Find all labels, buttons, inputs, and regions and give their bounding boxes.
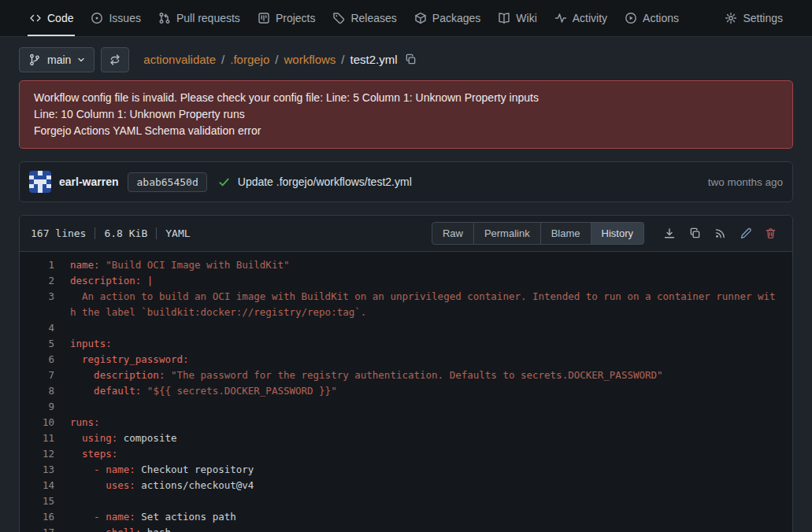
code-line: 2description: | bbox=[20, 273, 792, 289]
code-line-content: An action to build an OCI image with Bui… bbox=[70, 289, 792, 320]
code-line: 15 bbox=[20, 493, 792, 509]
code-line: 6 registry_password: bbox=[20, 352, 792, 368]
divider bbox=[95, 227, 95, 239]
git-branch-icon bbox=[28, 54, 41, 66]
packages-icon bbox=[414, 12, 427, 24]
breadcrumb-segment[interactable]: .forgejo bbox=[230, 53, 269, 66]
tab-issues[interactable]: Issues bbox=[82, 0, 149, 36]
tab-releases[interactable]: Releases bbox=[324, 0, 405, 36]
breadcrumb-segment[interactable]: actionvalidate bbox=[143, 53, 216, 66]
tab-label: Wiki bbox=[516, 12, 536, 24]
code-line: 3 An action to build an OCI image with B… bbox=[20, 289, 792, 320]
latest-commit-bar: earl-warren abab65450d Update .forgejo/w… bbox=[19, 161, 793, 202]
code-line-content bbox=[70, 320, 792, 336]
avatar[interactable] bbox=[29, 171, 51, 193]
tab-actions[interactable]: Actions bbox=[616, 0, 688, 36]
code-line-content: - name: Set actions path bbox=[70, 509, 792, 525]
line-number[interactable]: 13 bbox=[20, 462, 70, 478]
code-line-content: shell: bash bbox=[70, 525, 792, 532]
code-line-content: registry_password: bbox=[70, 352, 792, 368]
code-line: 17 shell: bash bbox=[20, 525, 792, 532]
blame-button[interactable]: Blame bbox=[541, 222, 591, 245]
download-button[interactable] bbox=[658, 223, 680, 245]
tab-packages[interactable]: Packages bbox=[406, 0, 489, 36]
history-button[interactable]: History bbox=[591, 222, 644, 245]
rss-button[interactable] bbox=[709, 223, 731, 245]
line-number[interactable]: 9 bbox=[20, 399, 70, 415]
tab-projects[interactable]: Projects bbox=[249, 0, 324, 36]
raw-button[interactable]: Raw bbox=[432, 222, 474, 245]
code-line-content: steps: bbox=[70, 446, 792, 462]
actions-icon bbox=[625, 12, 637, 24]
commit-message[interactable]: Update .forgejo/workflows/test2.yml bbox=[238, 175, 412, 188]
tab-settings[interactable]: Settings bbox=[716, 0, 792, 36]
branch-selector[interactable]: main bbox=[19, 47, 95, 72]
line-number[interactable]: 1 bbox=[20, 257, 70, 273]
line-number[interactable]: 3 bbox=[20, 289, 70, 320]
code-line-content: uses: actions/checkout@v4 bbox=[70, 478, 792, 493]
line-number[interactable]: 12 bbox=[20, 446, 70, 462]
code-line: 9 bbox=[20, 399, 792, 415]
file-line-count: 167 lines bbox=[31, 227, 86, 239]
file-header: 167 lines 6.8 KiB YAML RawPermalinkBlame… bbox=[20, 216, 792, 252]
activity-icon bbox=[554, 12, 567, 24]
permalink-button[interactable]: Permalink bbox=[474, 222, 541, 245]
tab-label: Code bbox=[47, 12, 73, 24]
chevron-down-icon bbox=[77, 56, 85, 64]
line-number[interactable]: 6 bbox=[20, 352, 70, 368]
divider bbox=[156, 227, 157, 239]
code-line: 13 - name: Checkout repository bbox=[20, 462, 792, 478]
tab-pull-requests[interactable]: Pull requests bbox=[150, 0, 249, 36]
code-line-content: default: "${{ secrets.DOCKER_PASSWORD }}… bbox=[70, 383, 792, 399]
line-number[interactable]: 5 bbox=[20, 336, 70, 352]
compare-button[interactable] bbox=[101, 47, 129, 72]
code-line-content: - name: Checkout repository bbox=[70, 462, 792, 478]
pull-request-icon bbox=[158, 12, 171, 24]
edit-button[interactable] bbox=[734, 223, 756, 245]
error-line: Workflow config file is invalid. Please … bbox=[34, 90, 778, 106]
line-number[interactable]: 8 bbox=[20, 383, 70, 399]
repo-toolbar: main actionvalidate/.forgejo/workflows/t… bbox=[0, 37, 812, 80]
commit-sha-badge[interactable]: abab65450d bbox=[128, 172, 206, 192]
file-language: YAML bbox=[165, 227, 190, 239]
settings-icon bbox=[725, 12, 737, 24]
tab-wiki[interactable]: Wiki bbox=[489, 0, 545, 36]
line-number[interactable]: 17 bbox=[20, 525, 70, 532]
rss-icon bbox=[714, 227, 726, 239]
code-line-content: runs: bbox=[70, 415, 792, 430]
line-number[interactable]: 7 bbox=[20, 368, 70, 383]
code-line-content: using: composite bbox=[70, 430, 792, 446]
code-line: 8 default: "${{ secrets.DOCKER_PASSWORD … bbox=[20, 383, 792, 399]
file-action-buttons: RawPermalinkBlameHistory bbox=[432, 222, 644, 245]
code-line-content: description: "The password for the regis… bbox=[70, 368, 792, 383]
error-banner: Workflow config file is invalid. Please … bbox=[19, 80, 793, 149]
commit-author[interactable]: earl-warren bbox=[59, 175, 118, 188]
commit-status-check-icon[interactable] bbox=[218, 176, 230, 188]
copy-icon bbox=[405, 54, 417, 65]
code-icon bbox=[29, 12, 42, 24]
line-number[interactable]: 11 bbox=[20, 430, 70, 446]
delete-button[interactable] bbox=[759, 223, 781, 245]
line-number[interactable]: 2 bbox=[20, 273, 70, 289]
line-number[interactable]: 4 bbox=[20, 320, 70, 336]
tab-activity[interactable]: Activity bbox=[546, 0, 616, 36]
code-line: 11 using: composite bbox=[20, 430, 792, 446]
tab-label: Settings bbox=[743, 12, 783, 24]
file-meta: 167 lines 6.8 KiB YAML bbox=[31, 227, 191, 239]
tab-code[interactable]: Code bbox=[20, 0, 82, 36]
line-number[interactable]: 14 bbox=[20, 478, 70, 493]
line-number[interactable]: 15 bbox=[20, 493, 70, 509]
line-number[interactable]: 16 bbox=[20, 509, 70, 525]
releases-icon bbox=[332, 12, 345, 24]
copy-content-button[interactable] bbox=[684, 223, 706, 245]
code-line: 4 bbox=[20, 320, 792, 336]
branch-name: main bbox=[47, 54, 71, 66]
breadcrumb-segment[interactable]: workflows bbox=[284, 53, 336, 66]
breadcrumb-segment: test2.yml bbox=[350, 53, 398, 66]
code-line: 1name: "Build OCI Image with BuildKit" bbox=[20, 257, 792, 273]
code-line: 7 description: "The password for the reg… bbox=[20, 368, 792, 383]
line-number[interactable]: 10 bbox=[20, 415, 70, 430]
copy-path-button[interactable] bbox=[405, 54, 417, 65]
breadcrumb-separator: / bbox=[341, 53, 344, 66]
code-line: 10runs: bbox=[20, 415, 792, 430]
